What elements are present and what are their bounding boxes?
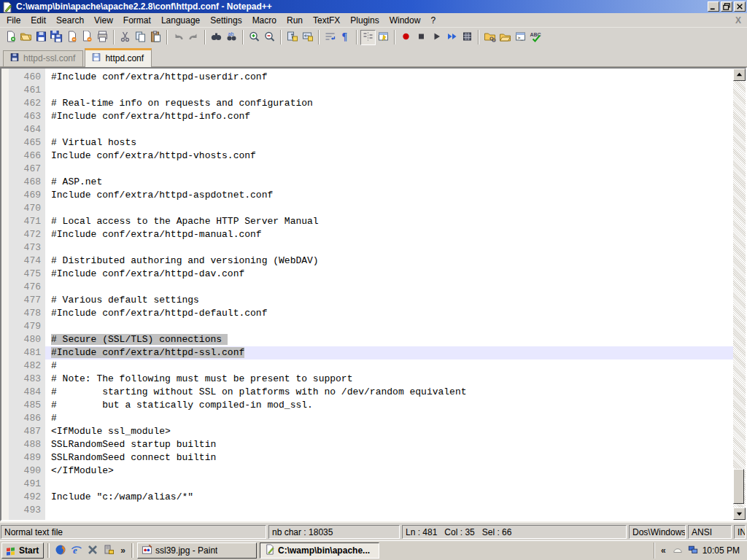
macro-run-multiple-button[interactable] xyxy=(444,30,460,45)
code-line-483[interactable]: # Note: The following must must be prese… xyxy=(45,373,733,386)
menu-run[interactable]: Run xyxy=(282,14,308,27)
tray-dome-icon[interactable] xyxy=(672,545,684,557)
word-wrap-button[interactable] xyxy=(322,30,338,45)
quick-launch-overflow-chevron[interactable]: » xyxy=(118,545,128,556)
indent-guide-button[interactable] xyxy=(360,30,376,45)
undo-button[interactable] xyxy=(171,30,186,45)
close-button[interactable] xyxy=(64,30,80,45)
code-line-477[interactable]: # Various default settings xyxy=(45,294,733,307)
menu-file[interactable]: File xyxy=(1,14,26,27)
menu-edit[interactable]: Edit xyxy=(26,14,51,27)
code-line-490[interactable]: </IfModule> xyxy=(45,464,733,478)
sync-v-scroll-button[interactable] xyxy=(285,30,300,45)
macro-record-button[interactable] xyxy=(398,30,414,45)
scroll-up-button[interactable] xyxy=(733,69,746,81)
scrollbar-track[interactable] xyxy=(733,81,746,508)
code-line-479[interactable] xyxy=(45,320,733,333)
menu-macro[interactable]: Macro xyxy=(247,14,282,27)
cut-button[interactable] xyxy=(117,30,133,45)
code-line-460[interactable]: #Include conf/extra/httpd-userdir.conf xyxy=(45,71,733,84)
code-line-468[interactable]: # ASP.net xyxy=(45,176,733,189)
code-line-461[interactable] xyxy=(45,84,733,97)
bookmark-margin[interactable] xyxy=(1,69,9,520)
save-all-button[interactable] xyxy=(49,30,64,45)
code-line-475[interactable]: #Include conf/extra/httpd-dav.conf xyxy=(45,268,733,281)
zoom-in-button[interactable] xyxy=(247,30,262,45)
paste-button[interactable] xyxy=(148,30,163,45)
menu-plugins[interactable]: Plugins xyxy=(345,14,384,27)
zoom-out-button[interactable] xyxy=(262,30,277,45)
sync-h-scroll-button[interactable] xyxy=(300,30,315,45)
code-line-463[interactable]: #Include conf/extra/httpd-info.conf xyxy=(45,110,733,123)
macro-stop-button[interactable] xyxy=(414,30,429,45)
code-line-480[interactable]: # Secure (SSL/TLS) connections xyxy=(45,333,733,346)
code-line-481[interactable]: #Include conf/extra/httpd-ssl.conf xyxy=(45,346,733,359)
find-button[interactable] xyxy=(209,30,224,45)
code-line-473[interactable] xyxy=(45,241,733,254)
tab-httpd-ssl-conf[interactable]: httpd-ssl.conf xyxy=(3,50,83,66)
redo-button[interactable] xyxy=(186,30,201,45)
explorer-button[interactable] xyxy=(482,30,498,45)
replace-button[interactable]: ab xyxy=(224,30,239,45)
line-number-gutter[interactable]: 4604614624634644654664674684694704714724… xyxy=(9,69,45,520)
server-lock-quicklaunch-button[interactable] xyxy=(101,543,116,558)
code-line-491[interactable] xyxy=(45,478,733,491)
code-line-462[interactable]: # Real-time info on requests and configu… xyxy=(45,97,733,110)
code-line-471[interactable]: # Local access to the Apache HTTP Server… xyxy=(45,215,733,228)
code-line-484[interactable]: # starting without SSL on platforms with… xyxy=(45,386,733,399)
scroll-down-button[interactable] xyxy=(733,508,746,520)
code-line-487[interactable]: <IfModule ssl_module> xyxy=(45,425,733,438)
menu-view[interactable]: View xyxy=(89,14,118,27)
taskbar-task-notepad-plus[interactable]: C:\wamp\bin\apache... xyxy=(260,542,379,559)
code-line-469[interactable]: Include conf/extra/httpd-aspdotnet.conf xyxy=(45,189,733,202)
menu-settings[interactable]: Settings xyxy=(205,14,247,27)
code-line-464[interactable] xyxy=(45,123,733,136)
new-file-button[interactable] xyxy=(3,30,18,45)
menu-format[interactable]: Format xyxy=(118,14,156,27)
code-area[interactable]: #Include conf/extra/httpd-userdir.conf #… xyxy=(45,69,733,520)
user-define-dialog-button[interactable] xyxy=(376,30,391,45)
taskbar-task-paint[interactable]: ssl39.jpg - Paint xyxy=(137,542,257,559)
restore-button[interactable] xyxy=(721,1,732,12)
code-line-467[interactable] xyxy=(45,163,733,176)
minimize-button[interactable] xyxy=(708,1,719,12)
macro-play-button[interactable] xyxy=(429,30,444,45)
tray-network-icon[interactable] xyxy=(687,545,699,557)
tray-collapse-chevron[interactable]: « xyxy=(659,545,668,556)
print-button[interactable] xyxy=(95,30,110,45)
menu-help[interactable]: ? xyxy=(425,14,441,27)
code-line-476[interactable] xyxy=(45,281,733,294)
code-line-466[interactable]: Include conf/extra/httpd-vhosts.conf xyxy=(45,149,733,163)
code-line-485[interactable]: # but a statically compiled-in mod_ssl. xyxy=(45,399,733,412)
code-line-474[interactable]: # Distributed authoring and versioning (… xyxy=(45,254,733,268)
console-button[interactable]: >_ xyxy=(513,30,528,45)
show-all-chars-button[interactable]: ¶ xyxy=(338,30,353,45)
macro-save-button[interactable] xyxy=(460,30,475,45)
close-document-button[interactable]: X xyxy=(735,15,741,26)
tab-httpd-conf[interactable]: httpd.conf xyxy=(85,48,152,67)
code-line-465[interactable]: # Virtual hosts xyxy=(45,136,733,149)
code-line-488[interactable]: SSLRandomSeed startup builtin xyxy=(45,438,733,451)
x-tool-quicklaunch-button[interactable] xyxy=(85,543,100,558)
code-line-492[interactable]: Include "c:/wamp/alias/*" xyxy=(45,491,733,504)
firefox-quicklaunch-button[interactable] xyxy=(53,543,68,558)
copy-button[interactable] xyxy=(133,30,148,45)
start-button[interactable]: Start xyxy=(1,542,44,559)
code-line-472[interactable]: #Include conf/extra/httpd-manual.conf xyxy=(45,228,733,241)
open-button[interactable] xyxy=(18,30,34,45)
code-line-478[interactable]: #Include conf/extra/httpd-default.conf xyxy=(45,307,733,320)
scrollbar-thumb[interactable] xyxy=(733,469,744,504)
spell-check-button[interactable]: ABC xyxy=(528,30,543,45)
menu-window[interactable]: Window xyxy=(384,14,426,27)
internet-explorer-quicklaunch-button[interactable]: e xyxy=(69,543,84,558)
code-line-470[interactable] xyxy=(45,202,733,215)
code-line-489[interactable]: SSLRandomSeed connect builtin xyxy=(45,451,733,464)
code-line-486[interactable]: # xyxy=(45,412,733,425)
code-line-482[interactable]: # xyxy=(45,359,733,373)
close-button[interactable] xyxy=(734,1,746,12)
close-all-button[interactable] xyxy=(80,30,95,45)
code-line-493[interactable] xyxy=(45,504,733,517)
favorites-folder-button[interactable] xyxy=(498,30,513,45)
save-button[interactable] xyxy=(34,30,49,45)
menu-textfx[interactable]: TextFX xyxy=(308,14,345,27)
